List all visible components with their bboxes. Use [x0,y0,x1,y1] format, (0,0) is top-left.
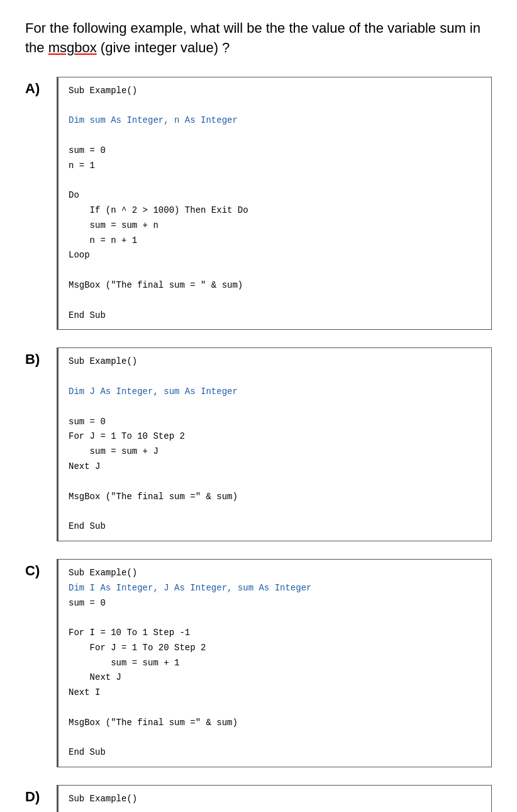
code-line: Sub Example() [69,792,481,807]
code-line: Next I [69,685,481,701]
code-line: Sub Example() [69,566,481,581]
option-c-code: Sub Example() Dim I As Integer, J As Int… [57,559,492,767]
code-line: Dim sum As Integer, n As Integer [69,113,481,128]
code-line: For J = 1 To 10 Step 2 [69,429,481,444]
code-line: sum = 0 [69,144,481,159]
code-line [69,807,481,812]
code-line: sum = 0 [69,596,481,611]
option-a-code: Sub Example() Dim sum As Integer, n As I… [57,77,492,330]
option-c-row: C) Sub Example() Dim I As Integer, J As … [25,559,492,767]
code-line: sum = sum + J [69,444,481,460]
code-line [69,731,481,746]
option-d-code: Sub Example() Dim J As Integer, sum As I… [57,785,492,812]
code-line: n = 1 [69,159,481,174]
code-line: MsgBox ("The final sum =" & sum) [69,490,481,505]
code-line: Dim I As Integer, J As Integer, sum As I… [69,581,481,596]
code-line: If (n ^ 2 > 1000) Then Exit Do [69,203,481,218]
code-line: MsgBox ("The final sum =" & sum) [69,716,481,731]
option-b-code: Sub Example() Dim J As Integer, sum As I… [57,347,492,541]
code-line [69,475,481,490]
option-b-label: B) [25,347,57,368]
code-line: sum = 0 [69,415,481,430]
option-d-label: D) [25,785,57,805]
code-line: Next J [69,670,481,685]
code-line [69,263,481,278]
code-line: End Sub [69,519,481,534]
code-line: For I = 10 To 1 Step -1 [69,626,481,641]
code-line: MsgBox ("The final sum = " & sum) [69,278,481,293]
code-line: For J = 1 To 20 Step 2 [69,641,481,656]
options-container: A) Sub Example() Dim sum As Integer, n A… [25,77,492,812]
code-line [69,701,481,716]
code-line [69,504,481,519]
code-line: End Sub [69,745,481,760]
option-d-row: D) Sub Example() Dim J As Integer, sum A… [25,785,492,812]
msgbox-link: msgbox [48,40,97,55]
code-line [69,293,481,308]
option-c-label: C) [25,559,57,579]
code-line [69,128,481,144]
code-line: Dim J As Integer, sum As Integer [69,385,481,400]
code-line [69,98,481,113]
question-text: For the following example, what will be … [25,19,492,58]
option-b-row: B) Sub Example() Dim J As Integer, sum A… [25,347,492,541]
code-line [69,400,481,415]
code-line: Do [69,188,481,203]
code-line: sum = sum + n [69,218,481,234]
option-a-row: A) Sub Example() Dim sum As Integer, n A… [25,77,492,330]
code-line: End Sub [69,308,481,324]
code-line: n = n + 1 [69,234,481,249]
code-line: Loop [69,248,481,263]
code-line [69,173,481,188]
code-line: Sub Example() [69,354,481,369]
question-part2: (give integer value) ? [97,40,230,55]
code-line: sum = sum + 1 [69,656,481,671]
code-line [69,611,481,626]
code-line: Next J [69,460,481,475]
code-line [69,369,481,385]
option-a-label: A) [25,77,57,97]
code-line: Sub Example() [69,84,481,99]
